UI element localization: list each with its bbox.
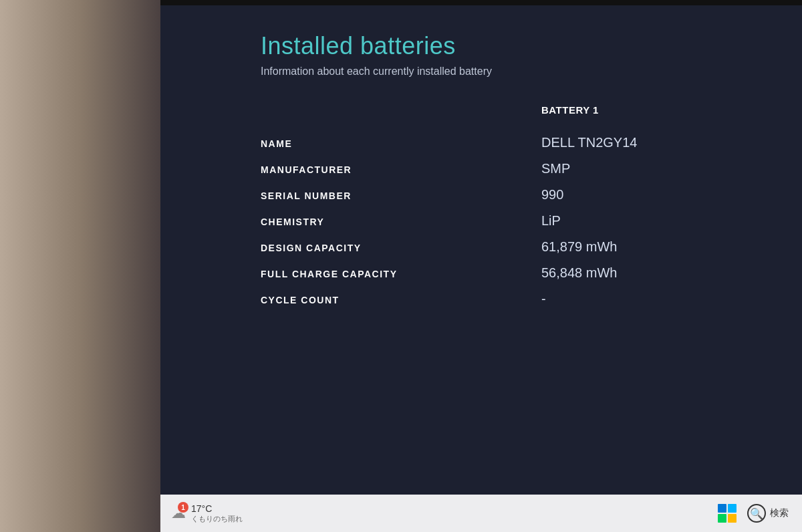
screen-top-border: [160, 0, 802, 5]
weather-description: くもりのち雨れ: [191, 514, 243, 524]
field-label-cycle-count: CYCLE COUNT: [261, 295, 541, 305]
table-row: CHEMISTRY LiP: [261, 208, 762, 234]
weather-widget[interactable]: ☁ 1: [171, 505, 186, 522]
table-row: NAME DELL TN2GY14: [261, 130, 762, 156]
win-logo-square-1: [718, 504, 726, 513]
search-area[interactable]: 🔍 検索: [747, 504, 789, 523]
battery-section: BATTERY 1 NAME DELL TN2GY14 MANUFACTURER…: [261, 104, 762, 312]
main-screen: Installed batteries Information about ea…: [160, 0, 802, 532]
search-label: 検索: [770, 507, 789, 519]
left-bezel: [0, 0, 160, 532]
battery-table: NAME DELL TN2GY14 MANUFACTURER SMP SERIA…: [261, 130, 762, 312]
screen-content: Installed batteries Information about ea…: [160, 5, 802, 495]
field-value-manufacturer: SMP: [541, 161, 570, 176]
search-icon: 🔍: [747, 504, 766, 523]
page-title: Installed batteries: [261, 32, 762, 60]
taskbar: ☁ 1 17°C くもりのち雨れ 🔍 検索: [160, 495, 802, 532]
win-logo-square-4: [728, 514, 737, 523]
weather-notification-badge: 1: [178, 502, 188, 513]
table-row: DESIGN CAPACITY 61,879 mWh: [261, 234, 762, 260]
field-label-chemistry: CHEMISTRY: [261, 217, 541, 227]
field-value-chemistry: LiP: [541, 213, 561, 229]
field-value-name: DELL TN2GY14: [541, 135, 637, 150]
taskbar-left: ☁ 1 17°C くもりのち雨れ: [171, 503, 243, 524]
field-label-name: NAME: [261, 138, 541, 149]
weather-info: 17°C くもりのち雨れ: [191, 503, 243, 524]
start-button[interactable]: [718, 504, 737, 523]
field-value-cycle-count: -: [541, 291, 546, 307]
win-logo-square-2: [728, 504, 737, 513]
field-label-full-charge: FULL CHARGE CAPACITY: [261, 269, 541, 279]
table-row: SERIAL NUMBER 990: [261, 182, 762, 208]
table-row: FULL CHARGE CAPACITY 56,848 mWh: [261, 260, 762, 286]
table-row: CYCLE COUNT -: [261, 286, 762, 312]
table-row: MANUFACTURER SMP: [261, 156, 762, 182]
field-label-serial: SERIAL NUMBER: [261, 190, 541, 201]
field-label-design-capacity: DESIGN CAPACITY: [261, 243, 541, 253]
battery-header-label: BATTERY 1: [541, 104, 599, 116]
field-value-full-charge: 56,848 mWh: [541, 265, 617, 281]
taskbar-right: 🔍 検索: [718, 504, 789, 523]
field-label-manufacturer: MANUFACTURER: [261, 164, 541, 175]
field-value-serial: 990: [541, 187, 563, 203]
field-value-design-capacity: 61,879 mWh: [541, 239, 617, 255]
win-logo-square-3: [718, 514, 726, 523]
battery-header: BATTERY 1: [541, 104, 762, 116]
weather-temperature: 17°C: [191, 503, 243, 514]
page-subtitle: Information about each currently install…: [261, 65, 762, 78]
